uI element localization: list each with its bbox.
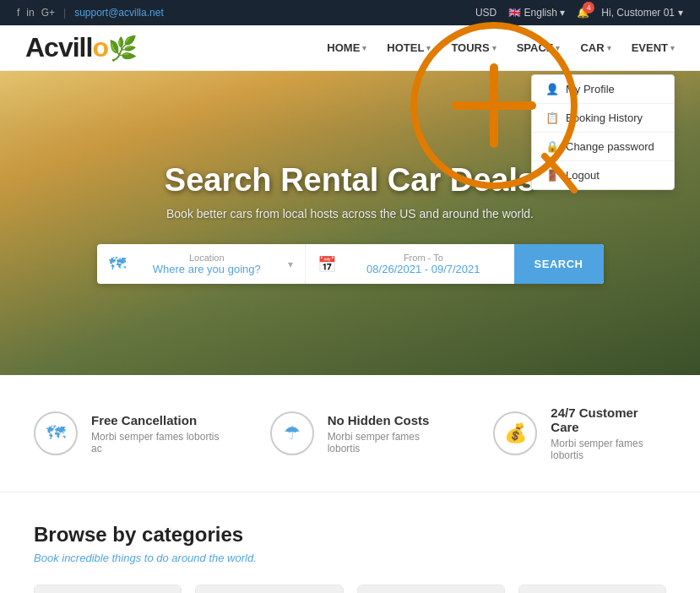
- currency-selector[interactable]: USD: [475, 7, 497, 19]
- hero-subtitle: Book better cars from local hosts across…: [34, 207, 666, 220]
- user-dropdown-menu: 👤 My Profile 📋 Booking History 🔒 Change …: [531, 74, 675, 190]
- customer-care-icon: 💰: [493, 411, 537, 455]
- logo-text: Acvillo🌿: [25, 32, 137, 63]
- dropdown-logout[interactable]: 🚪 Logout: [532, 161, 674, 189]
- nav-hotel[interactable]: HOTEL ▾: [387, 41, 431, 54]
- feature-desc-0: Morbi semper fames lobortis ac: [91, 431, 220, 454]
- category-convertibles[interactable]: Convertibles: [34, 585, 182, 593]
- no-hidden-costs-icon: ☂: [270, 411, 314, 455]
- convertible-image: [35, 585, 181, 593]
- notification-bell[interactable]: 🔔 4: [577, 7, 589, 19]
- date-value: 08/26/2021 - 09/7/2021: [345, 263, 502, 275]
- feature-desc-2: Morbi semper fames lobortis: [551, 438, 666, 461]
- browse-title: Browse by categories: [34, 523, 666, 547]
- category-minivans[interactable]: Minivans: [518, 585, 666, 593]
- facebook-icon[interactable]: f: [17, 7, 19, 19]
- location-icon: 🗺: [109, 254, 126, 274]
- logo-o: o: [92, 32, 108, 63]
- location-arrow: ▾: [288, 258, 293, 270]
- top-bar-right: USD 🇬🇧 English ▾ 🔔 4 Hi, Customer 01 ▾: [475, 7, 683, 19]
- logout-icon: 🚪: [545, 169, 559, 182]
- nav-tours-arrow: ▾: [492, 44, 497, 52]
- feature-no-hidden-costs: ☂ No Hidden Costs Morbi semper fames lob…: [270, 405, 443, 461]
- nav-car-arrow: ▾: [607, 44, 611, 52]
- feature-no-hidden-costs-text: No Hidden Costs Morbi semper fames lobor…: [328, 413, 443, 454]
- feature-desc-1: Morbi semper fames lobortis: [328, 431, 443, 454]
- search-date-field[interactable]: 📅 From - To 08/26/2021 - 09/7/2021: [306, 244, 514, 284]
- nav-event-arrow: ▾: [670, 44, 675, 52]
- browse-section: Browse by categories Book incredible thi…: [0, 492, 700, 593]
- divider: |: [63, 7, 66, 19]
- coupe-image: [196, 585, 342, 593]
- customer-dropdown[interactable]: Hi, Customer 01 ▾: [601, 7, 683, 19]
- nav-car[interactable]: CAR ▾: [580, 41, 610, 54]
- nav-event[interactable]: EVENT ▾: [632, 41, 675, 54]
- nav-tours[interactable]: TOURS ▾: [451, 41, 496, 54]
- logo-leaf: 🌿: [108, 35, 137, 62]
- categories-grid: Convertibles Co: [34, 585, 666, 593]
- dropdown-booking-history[interactable]: 📋 Booking History: [532, 104, 674, 133]
- linkedin-icon[interactable]: in: [26, 7, 34, 19]
- social-icons: f in G+: [17, 7, 55, 19]
- feature-customer-care-text: 24/7 Customer Care Morbi semper fames lo…: [551, 405, 666, 461]
- top-bar: f in G+ | support@acvilla.net USD 🇬🇧 Eng…: [0, 0, 700, 25]
- feature-free-cancellation-text: Free Cancellation Morbi semper fames lob…: [91, 413, 220, 454]
- nav-home[interactable]: HOME ▾: [327, 41, 366, 54]
- feature-title-0: Free Cancellation: [91, 413, 220, 427]
- main-nav: HOME ▾ HOTEL ▾ TOURS ▾ SPACE ▾ CAR ▾ EVE…: [327, 41, 675, 54]
- location-placeholder: Where are you going?: [134, 263, 280, 275]
- minivan-image: [519, 585, 665, 593]
- dropdown-profile[interactable]: 👤 My Profile: [532, 75, 674, 104]
- search-date-text: From - To 08/26/2021 - 09/7/2021: [345, 253, 502, 275]
- hatchback-image: [358, 585, 504, 593]
- free-cancellation-icon: 🗺: [34, 411, 78, 455]
- profile-icon: 👤: [545, 83, 559, 95]
- dropdown-change-password[interactable]: 🔒 Change password: [532, 133, 674, 161]
- header: Acvillo🌿 HOME ▾ HOTEL ▾ TOURS ▾ SPACE ▾ …: [0, 25, 700, 71]
- language-selector[interactable]: 🇬🇧 English ▾: [508, 7, 565, 19]
- search-location-text: Location Where are you going?: [134, 253, 280, 275]
- notification-count: 4: [583, 2, 594, 14]
- date-label: From - To: [345, 253, 502, 263]
- location-label: Location: [134, 253, 280, 263]
- lock-icon: 🔒: [545, 140, 559, 153]
- search-button[interactable]: SEARCH: [514, 244, 604, 284]
- nav-space-arrow: ▾: [556, 44, 560, 52]
- search-location-field[interactable]: 🗺 Location Where are you going? ▾: [97, 244, 307, 284]
- feature-free-cancellation: 🗺 Free Cancellation Morbi semper fames l…: [34, 405, 220, 461]
- logo[interactable]: Acvillo🌿: [25, 32, 137, 63]
- feature-title-1: No Hidden Costs: [328, 413, 443, 427]
- booking-icon: 📋: [545, 112, 559, 124]
- feature-customer-care: 💰 24/7 Customer Care Morbi semper fames …: [493, 405, 666, 461]
- features-section: 🗺 Free Cancellation Morbi semper fames l…: [0, 375, 700, 492]
- nav-space[interactable]: SPACE ▾: [517, 41, 561, 54]
- feature-title-2: 24/7 Customer Care: [551, 405, 666, 434]
- top-bar-left: f in G+ | support@acvilla.net: [17, 7, 164, 19]
- support-email: support@acvilla.net: [74, 7, 164, 19]
- search-bar: 🗺 Location Where are you going? ▾ 📅 From…: [97, 244, 604, 284]
- category-hatchbacks[interactable]: Hatchbacks: [357, 585, 505, 593]
- category-coupes[interactable]: Coupes: [195, 585, 343, 593]
- nav-hotel-arrow: ▾: [426, 44, 431, 52]
- googleplus-icon[interactable]: G+: [41, 7, 55, 19]
- nav-home-arrow: ▾: [362, 44, 366, 52]
- calendar-icon: 📅: [317, 255, 336, 274]
- browse-subtitle: Book incredible things to do around the …: [34, 552, 666, 564]
